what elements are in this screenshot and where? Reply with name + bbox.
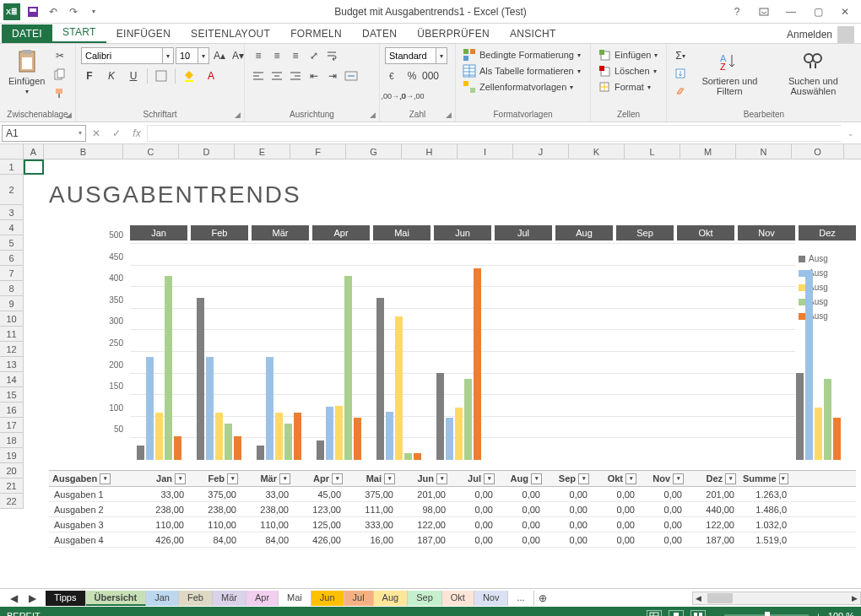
filter-dropdown-icon[interactable]: ▾ [279,473,290,484]
ribbon-options-icon[interactable] [751,3,777,20]
column-header[interactable]: E [235,144,290,159]
delete-cells-button[interactable]: Löschen▾ [596,63,658,78]
sheet-tab[interactable]: Feb [179,591,213,606]
zoom-label[interactable]: 100 % [828,611,854,616]
table-row[interactable]: Ausgaben 133,00375,0033,0045,00375,00201… [49,487,856,502]
filter-dropdown-icon[interactable]: ▾ [484,473,495,484]
table-row[interactable]: Ausgaben 4426,0084,0084,00426,0016,00187… [49,532,856,548]
row-header[interactable]: 6 [0,251,23,266]
column-header[interactable]: J [513,144,569,159]
sheet-tab[interactable]: Mär [213,591,246,606]
table-header[interactable]: Feb▾ [189,471,241,486]
underline-button[interactable]: U [125,68,142,84]
select-all-corner[interactable] [0,144,24,159]
sheet-tab[interactable]: Okt [442,591,474,606]
save-icon[interactable] [25,4,41,19]
row-header[interactable]: 1 [0,159,23,175]
table-header[interactable]: Jun▾ [398,471,451,486]
formula-bar[interactable] [147,125,841,142]
table-header[interactable]: Aug▾ [498,471,545,486]
sheet-tab[interactable]: Jul [344,591,374,606]
tab-formeln[interactable]: FORMELN [280,24,352,43]
filter-dropdown-icon[interactable]: ▾ [384,473,395,484]
row-header[interactable]: 2 [0,175,23,205]
help-icon[interactable]: ? [724,3,750,20]
row-header[interactable]: 4 [0,220,23,235]
sheet-tab[interactable]: Aug [374,591,409,606]
maximize-icon[interactable]: ▢ [805,3,831,20]
orientation-icon[interactable]: ⤢ [306,47,322,64]
table-header[interactable]: Mai▾ [346,471,398,486]
row-header[interactable]: 9 [0,296,23,311]
column-header[interactable]: N [736,144,792,159]
sign-in-link[interactable]: Anmelden [787,29,832,41]
minimize-icon[interactable]: — [778,3,804,20]
new-sheet-icon[interactable]: ⊕ [534,590,551,607]
currency-icon[interactable]: € [385,68,402,84]
column-header[interactable]: O [792,144,844,159]
italic-button[interactable]: K [103,68,120,84]
chart[interactable]: JanFebMärAprMaiJunJulAugSepOktNovDez 501… [49,225,856,463]
tab-daten[interactable]: DATEN [352,24,407,43]
row-header[interactable]: 3 [0,205,23,220]
row-header[interactable]: 10 [0,311,23,327]
name-box[interactable]: A1▾ [2,125,86,142]
row-header[interactable]: 17 [0,418,23,433]
filter-dropdown-icon[interactable]: ▾ [332,473,343,484]
table-header[interactable]: Jul▾ [451,471,498,486]
bold-button[interactable]: F [81,68,98,84]
row-header[interactable]: 19 [0,448,23,463]
dialog-launcher-icon[interactable]: ◢ [63,110,73,120]
table-header[interactable]: Apr▾ [294,471,346,486]
sheet-tab[interactable]: Nov [474,591,509,606]
decrease-indent-icon[interactable]: ⇤ [306,68,322,84]
table-header[interactable]: Ausgaben▾ [49,471,137,486]
row-header[interactable]: 16 [0,403,23,418]
horizontal-scrollbar[interactable]: ◀▶ [692,592,861,605]
dialog-launcher-icon[interactable]: ◢ [232,110,242,120]
row-header[interactable]: 12 [0,342,23,357]
tab-ueberpruefen[interactable]: ÜBERPRÜFEN [407,24,500,43]
format-cells-button[interactable]: Format▾ [596,79,653,95]
sheet-nav-next-icon[interactable]: ▶ [24,590,41,607]
table-header[interactable]: Dez▾ [687,471,739,486]
normal-view-icon[interactable] [647,610,662,616]
paste-button[interactable]: Einfügen ▾ [5,47,48,97]
column-header[interactable]: I [458,144,513,159]
redo-icon[interactable]: ↷ [66,4,81,19]
worksheet-grid[interactable]: ABCDEFGHIJKLMNO 123456789101112131415161… [0,144,861,588]
filter-dropdown-icon[interactable]: ▾ [436,473,447,484]
format-as-table-button[interactable]: Als Tabelle formatieren▾ [461,63,582,78]
column-header[interactable]: H [402,144,458,159]
chevron-down-icon[interactable]: ▾ [198,47,209,64]
font-color-icon[interactable]: A [203,68,219,84]
table-row[interactable]: Ausgaben 2238,00238,00238,00123,00111,00… [49,502,856,517]
column-header[interactable]: D [179,144,235,159]
filter-dropdown-icon[interactable]: ▾ [100,473,111,484]
filter-dropdown-icon[interactable]: ▾ [725,473,736,484]
tab-seitenlayout[interactable]: SEITENLAYOUT [181,24,280,43]
sheet-tab[interactable]: Übersicht [86,591,147,606]
chevron-down-icon[interactable]: ▾ [162,47,174,64]
autosum-icon[interactable]: Σ▾ [672,47,689,64]
filter-dropdown-icon[interactable]: ▾ [673,473,684,484]
table-header[interactable]: Nov▾ [640,471,687,486]
dialog-launcher-icon[interactable]: ◢ [443,110,453,120]
row-header[interactable]: 7 [0,266,23,281]
row-header[interactable]: 21 [0,478,23,494]
increase-indent-icon[interactable]: ⇥ [324,68,341,84]
row-header[interactable]: 18 [0,433,23,448]
row-header[interactable]: 15 [0,387,23,403]
row-header[interactable]: 5 [0,235,23,251]
filter-dropdown-icon[interactable]: ▾ [531,473,542,484]
format-painter-icon[interactable] [51,84,68,101]
sheet-tab[interactable]: ... [508,591,533,606]
increase-font-icon[interactable]: A▴ [211,47,228,64]
close-icon[interactable]: ✕ [832,3,858,20]
dialog-launcher-icon[interactable]: ◢ [367,110,377,120]
tab-ansicht[interactable]: ANSICHT [500,24,566,43]
table-row[interactable]: Ausgaben 3110,00110,00110,00125,00333,00… [49,517,856,532]
table-header[interactable]: Okt▾ [593,471,640,486]
column-header[interactable]: K [569,144,625,159]
comma-icon[interactable]: 000 [422,68,439,84]
